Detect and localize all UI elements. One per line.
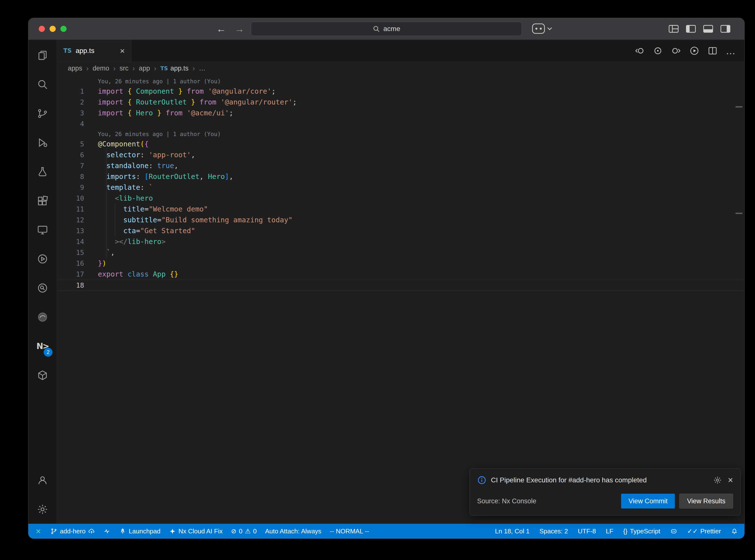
circle-search-icon xyxy=(37,282,48,294)
code-line[interactable]: 5@Component({ xyxy=(57,139,744,149)
sidebar-item-code-search[interactable] xyxy=(28,273,57,302)
code-line[interactable]: 10 <lib-hero xyxy=(57,193,744,204)
tab-app-ts[interactable]: TS app.ts × xyxy=(57,40,132,62)
git-branch-status[interactable]: add-hero xyxy=(50,527,95,535)
notification-settings-icon[interactable] xyxy=(713,476,722,485)
code-text: `, xyxy=(84,247,115,258)
customize-layout-icon[interactable] xyxy=(669,24,679,33)
layout-controls xyxy=(669,18,731,40)
code-line[interactable]: 16}) xyxy=(57,258,744,269)
sidebar-item-nx-run[interactable] xyxy=(28,244,57,273)
copilot-menu[interactable] xyxy=(532,23,553,35)
view-commit-button[interactable]: View Commit xyxy=(621,494,675,508)
sidebar-item-accounts[interactable] xyxy=(28,466,57,495)
toggle-panel-icon[interactable] xyxy=(703,24,713,33)
code-text: title="Welcmoe demo" xyxy=(84,204,208,215)
go-forward-icon[interactable]: → xyxy=(235,23,244,35)
breadcrumb-item-app[interactable]: app xyxy=(139,65,150,72)
code-editor[interactable]: You, 26 minutes ago | 1 author (You)1imp… xyxy=(57,75,744,524)
code-line[interactable]: 8 imports: [RouterOutlet, Hero], xyxy=(57,171,744,182)
blame-annotation[interactable]: You, 26 minutes ago | 1 author (You) xyxy=(57,129,744,139)
code-line[interactable]: 4 xyxy=(57,119,744,129)
previous-change-icon[interactable] xyxy=(634,46,645,56)
sidebar-item-package[interactable] xyxy=(28,361,57,390)
toggle-secondary-sidebar-icon[interactable] xyxy=(720,24,731,33)
code-text: selector: 'app-root', xyxy=(84,149,195,160)
beaker-icon xyxy=(37,166,48,178)
branch-name: add-hero xyxy=(60,527,85,535)
split-editor-icon[interactable] xyxy=(708,46,718,56)
code-line[interactable]: 12 subtitle="Build something amazing tod… xyxy=(57,215,744,225)
sidebar-item-source-control[interactable] xyxy=(28,99,57,128)
notification-close-icon[interactable]: × xyxy=(728,476,733,485)
breadcrumb-overflow[interactable]: … xyxy=(199,65,206,72)
code-line[interactable]: 1import { Component } from '@angular/cor… xyxy=(57,86,744,97)
code-line[interactable]: 18 xyxy=(57,280,744,291)
more-actions-icon[interactable]: … xyxy=(726,46,736,56)
prettier-status[interactable]: ✓✓ Prettier xyxy=(687,527,721,535)
sidebar-item-testing[interactable] xyxy=(28,157,57,186)
line-number: 1 xyxy=(57,86,84,97)
breadcrumb-item-apps[interactable]: apps xyxy=(68,65,82,72)
breadcrumb-item-src[interactable]: src xyxy=(120,65,128,72)
encoding-label: UTF-8 xyxy=(578,527,596,535)
notification-title: CI Pipeline Execution for #add-hero has … xyxy=(491,476,647,484)
minimize-window-button[interactable] xyxy=(49,26,56,32)
sidebar-item-settings[interactable] xyxy=(28,495,57,524)
eol-status[interactable]: LF xyxy=(606,527,613,535)
close-tab-icon[interactable]: × xyxy=(120,46,125,55)
code-text: cta="Get Started" xyxy=(84,225,195,236)
auto-attach-status[interactable]: Auto Attach: Always xyxy=(265,527,321,535)
line-number: 9 xyxy=(57,182,84,193)
code-line[interactable]: 2import { RouterOutlet } from '@angular/… xyxy=(57,97,744,108)
sidebar-item-remote-explorer[interactable] xyxy=(28,215,57,244)
code-text xyxy=(84,280,98,291)
sidebar-item-search[interactable] xyxy=(28,70,57,99)
sidebar-item-logo-extension[interactable] xyxy=(28,302,57,332)
code-line[interactable]: 11 title="Welcmoe demo" xyxy=(57,204,744,215)
typescript-file-icon: TS xyxy=(63,47,72,54)
sidebar-item-extensions[interactable] xyxy=(28,186,57,215)
code-line[interactable]: 13 cta="Get Started" xyxy=(57,225,744,236)
zoom-window-button[interactable] xyxy=(60,26,66,32)
command-center-search[interactable]: acme xyxy=(251,22,522,36)
line-number: 5 xyxy=(57,139,84,149)
language-mode-status[interactable]: {} TypeScript xyxy=(623,527,660,535)
run-file-icon[interactable] xyxy=(689,46,699,56)
problems-status[interactable]: ⊘ 0 ⚠ 0 xyxy=(231,527,257,535)
encoding-status[interactable]: UTF-8 xyxy=(578,527,596,535)
gear-icon xyxy=(37,503,48,515)
indent-guide xyxy=(106,149,107,258)
compare-changes-icon[interactable] xyxy=(653,46,663,56)
indentation-status[interactable]: Spaces: 2 xyxy=(539,527,568,535)
sidebar-item-nx-console[interactable]: N> 2 xyxy=(28,332,57,361)
next-change-icon[interactable] xyxy=(671,46,681,56)
breadcrumb-item-file[interactable]: TS app.ts xyxy=(160,65,188,72)
code-line[interactable]: 7 standalone: true, xyxy=(57,160,744,171)
pulse-status[interactable] xyxy=(103,528,111,535)
sidebar-item-explorer[interactable] xyxy=(28,41,57,70)
remote-indicator[interactable] xyxy=(35,528,42,535)
close-window-button[interactable] xyxy=(39,26,45,32)
sidebar-item-run-debug[interactable] xyxy=(28,128,57,157)
view-results-button[interactable]: View Results xyxy=(679,494,733,508)
blame-annotation[interactable]: You, 26 minutes ago | 1 author (You) xyxy=(57,77,744,86)
cursor-position-status[interactable]: Ln 18, Col 1 xyxy=(495,527,530,535)
go-back-icon[interactable]: ← xyxy=(216,23,226,35)
copilot-status[interactable] xyxy=(670,528,677,535)
code-line[interactable]: 9 template: ` xyxy=(57,182,744,193)
code-line[interactable]: 17export class App {} xyxy=(57,269,744,280)
code-line[interactable]: 6 selector: 'app-root', xyxy=(57,149,744,160)
line-number: 2 xyxy=(57,97,84,108)
prettier-label: Prettier xyxy=(700,527,721,535)
breadcrumb-item-demo[interactable]: demo xyxy=(93,65,110,72)
notifications-status[interactable] xyxy=(731,528,738,535)
code-line[interactable]: 14 ></lib-hero> xyxy=(57,236,744,247)
nx-cloud-status[interactable]: Nx Cloud AI Fix xyxy=(169,527,223,535)
code-text: ></lib-hero> xyxy=(84,236,166,247)
launchpad-status[interactable]: Launchpad xyxy=(119,527,160,535)
toggle-sidebar-icon[interactable] xyxy=(686,24,696,33)
code-line[interactable]: 15 `, xyxy=(57,247,744,258)
code-line[interactable]: 3import { Hero } from '@acme/ui'; xyxy=(57,108,744,119)
notification-source: Source: Nx Console xyxy=(477,497,536,505)
